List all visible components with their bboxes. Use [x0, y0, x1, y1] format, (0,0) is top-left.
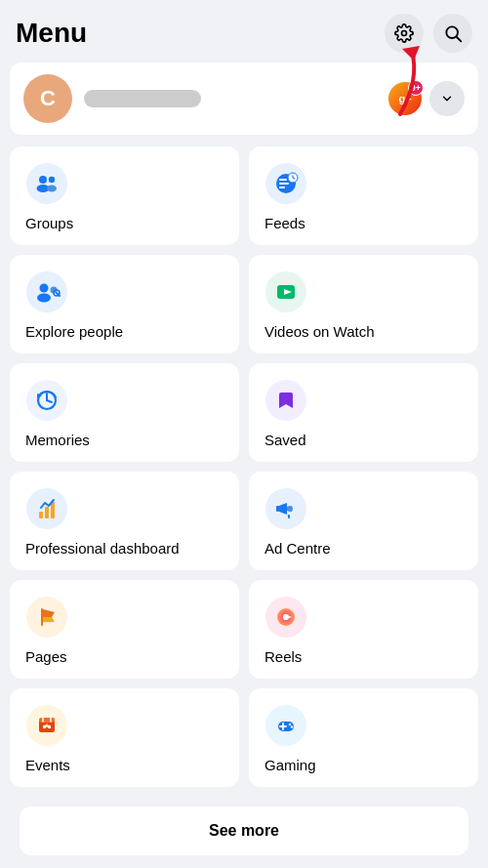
svg-rect-40	[41, 608, 43, 626]
ad-centre-icon	[264, 487, 307, 530]
search-button[interactable]	[433, 14, 472, 53]
grid-item-reels[interactable]: Reels	[249, 580, 478, 679]
page-title: Menu	[16, 18, 87, 49]
videos-on-watch-label: Videos on Watch	[264, 323, 375, 340]
see-more-label: See more	[209, 822, 279, 840]
pages-label: Pages	[25, 648, 67, 665]
svg-point-0	[402, 31, 407, 36]
svg-point-8	[47, 186, 57, 192]
gear-icon	[394, 23, 414, 43]
expand-button[interactable]	[429, 81, 465, 116]
svg-point-58	[291, 725, 293, 727]
profile-row[interactable]: C g+ 9+	[10, 62, 478, 135]
videos-on-watch-icon	[264, 270, 307, 313]
gaming-label: Gaming	[264, 757, 316, 773]
groups-label: Groups	[25, 215, 73, 231]
grid-item-explore-people[interactable]: Explore people	[10, 255, 239, 353]
ad-centre-label: Ad Centre	[264, 540, 331, 557]
notification-badge: 9+	[408, 80, 424, 96]
switch-avatar[interactable]: g+ 9+	[386, 80, 424, 117]
svg-rect-13	[279, 186, 285, 188]
svg-point-18	[40, 284, 49, 293]
grid-item-gaming[interactable]: Gaming	[249, 688, 478, 787]
svg-point-17	[26, 271, 67, 312]
header: Menu	[0, 0, 488, 62]
professional-dashboard-label: Professional dashboard	[25, 540, 180, 557]
svg-rect-33	[39, 512, 43, 518]
see-more-button[interactable]: See more	[20, 806, 468, 855]
feeds-icon	[264, 162, 307, 205]
svg-rect-34	[45, 507, 49, 518]
grid-item-groups[interactable]: Groups	[10, 146, 239, 245]
svg-point-4	[26, 163, 67, 204]
svg-rect-35	[51, 502, 55, 518]
header-actions	[385, 14, 472, 53]
grid-item-saved[interactable]: Saved	[249, 363, 478, 462]
events-icon	[25, 704, 68, 747]
memories-label: Memories	[25, 432, 90, 448]
grid-item-feeds[interactable]: Feeds	[249, 146, 478, 245]
events-label: Events	[25, 757, 70, 773]
pages-icon	[25, 596, 68, 639]
settings-button[interactable]	[385, 14, 424, 53]
grid-item-memories[interactable]: Memories	[10, 363, 239, 462]
search-icon	[443, 23, 463, 43]
svg-point-19	[37, 294, 51, 303]
svg-rect-47	[39, 718, 55, 723]
grid-item-ad-centre[interactable]: Ad Centre	[249, 472, 478, 570]
reels-label: Reels	[264, 648, 302, 665]
svg-rect-11	[279, 179, 287, 181]
feeds-label: Feeds	[264, 215, 305, 231]
menu-grid: Groups Feeds	[0, 146, 488, 787]
grid-item-videos-on-watch[interactable]: Videos on Watch	[249, 255, 478, 353]
svg-point-5	[39, 176, 47, 184]
saved-label: Saved	[264, 432, 306, 448]
profile-switch: g+ 9+	[386, 80, 465, 117]
grid-item-events[interactable]: Events	[10, 688, 239, 787]
saved-icon	[264, 379, 307, 422]
svg-rect-37	[276, 506, 279, 512]
svg-point-57	[289, 723, 291, 725]
svg-rect-12	[279, 183, 289, 185]
grid-item-pages[interactable]: Pages	[10, 580, 239, 679]
explore-people-label: Explore people	[25, 323, 123, 340]
avatar: C	[23, 74, 72, 123]
explore-people-icon	[25, 270, 68, 313]
grid-item-professional-dashboard[interactable]: Professional dashboard	[10, 472, 239, 570]
professional-dashboard-icon	[25, 487, 68, 530]
svg-point-6	[49, 177, 55, 183]
reels-icon	[264, 596, 307, 639]
gaming-icon	[264, 704, 307, 747]
svg-line-2	[457, 37, 462, 42]
groups-icon	[25, 162, 68, 205]
chevron-down-icon	[440, 92, 454, 105]
memories-icon	[25, 379, 68, 422]
profile-name	[84, 90, 201, 107]
